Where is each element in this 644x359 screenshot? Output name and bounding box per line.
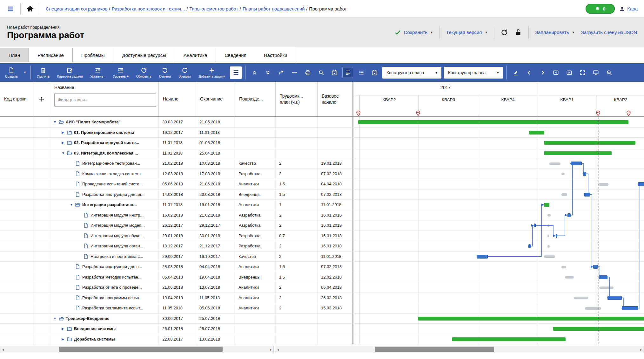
table-row[interactable]: Разработка методик испытан...05.04.20181… xyxy=(0,272,644,283)
collapse-all-button[interactable] xyxy=(249,67,260,78)
tab-settings[interactable]: Настройки xyxy=(255,48,296,62)
table-row[interactable]: Разработка отчета о проведе...21.06.2018… xyxy=(0,282,644,293)
step-forward-button[interactable] xyxy=(564,67,574,78)
fullscreen-button[interactable] xyxy=(577,67,588,78)
summary-bar[interactable] xyxy=(544,151,612,155)
calendar-minus-button[interactable] xyxy=(329,67,340,78)
zoom-out-button[interactable] xyxy=(604,67,614,78)
task-bar[interactable] xyxy=(599,275,607,279)
table-row[interactable]: Разработка инструкции для п...28.03.2018… xyxy=(0,262,644,272)
tab-plan[interactable]: План xyxy=(0,48,29,62)
scrollbar-thumb[interactable] xyxy=(59,347,223,352)
user-name-link[interactable]: Кара xyxy=(627,6,638,11)
table-row[interactable]: Разработка инструкции для ад...14.03.201… xyxy=(0,190,644,200)
refresh-button[interactable]: Обновить xyxy=(134,66,154,79)
task-card-button[interactable]: Карточка задачи xyxy=(55,66,85,79)
summary-bar[interactable] xyxy=(358,120,628,124)
table-row[interactable]: Проведение испытаний систе...05.06.20182… xyxy=(0,179,644,190)
expand-all-button[interactable] xyxy=(262,67,273,78)
next-button[interactable] xyxy=(537,67,548,78)
scroll-right-icon[interactable]: ▸ xyxy=(639,347,644,352)
task-bar[interactable] xyxy=(583,172,586,176)
print-button[interactable] xyxy=(302,67,313,78)
notifications-badge[interactable]: 0 xyxy=(586,4,615,14)
user-menu[interactable]: Кара xyxy=(619,6,638,12)
summary-bar[interactable] xyxy=(452,337,566,341)
chevron-down-icon[interactable]: ▼ xyxy=(485,31,487,34)
add-task-button[interactable]: Добавить задачу xyxy=(196,66,227,79)
collapse-icon[interactable]: ▼ xyxy=(62,151,66,155)
task-bar[interactable] xyxy=(638,182,644,186)
scrollbar-thumb[interactable] xyxy=(375,347,494,352)
sync-icon[interactable] xyxy=(500,29,508,36)
redo-button[interactable]: Возврат xyxy=(176,66,193,79)
summary-bar[interactable] xyxy=(418,317,644,321)
task-bar[interactable] xyxy=(584,193,590,197)
create-button[interactable]: Создать xyxy=(3,66,20,79)
draw-button[interactable] xyxy=(510,67,521,78)
unlock-icon[interactable] xyxy=(514,29,522,36)
task-bar[interactable] xyxy=(528,244,531,248)
save-button[interactable]: Сохранить ▼ xyxy=(394,29,433,36)
goto-task-button[interactable] xyxy=(276,67,286,78)
breadcrumb-item[interactable]: Разработка постановок и технич... xyxy=(112,6,185,11)
table-row[interactable]: Интеграционное тестирован...21.02.201810… xyxy=(0,158,644,169)
gantt-horizontal-scrollbar[interactable]: ◂ ▸ xyxy=(275,346,644,353)
expand-icon[interactable]: ▶ xyxy=(62,337,66,341)
screen-button[interactable] xyxy=(590,67,601,78)
main-menu-icon[interactable] xyxy=(6,5,15,12)
tab-resources[interactable]: Доступные ресурсы xyxy=(113,48,175,62)
tab-analytics[interactable]: Аналитика xyxy=(175,48,216,62)
table-horizontal-scrollbar[interactable]: ◂ ▸ xyxy=(0,346,274,353)
plan-mode-select[interactable]: Конструктор плана▼ xyxy=(382,67,441,79)
move-icon[interactable] xyxy=(39,96,44,102)
breadcrumb-item[interactable]: Типы элементов работ xyxy=(189,6,238,11)
expand-icon[interactable]: ▶ xyxy=(62,131,66,134)
level-up-button[interactable]: Уровень + xyxy=(110,66,131,79)
tab-schedule[interactable]: Расписание xyxy=(29,48,73,62)
chevron-down-icon[interactable]: ▼ xyxy=(430,31,433,34)
summary-bar[interactable] xyxy=(544,203,549,207)
scroll-right-icon[interactable]: ▸ xyxy=(268,347,273,352)
breadcrumb-item[interactable]: Планы работ подразделений xyxy=(243,6,305,11)
baseline-mode-select[interactable]: Конструктор плана▼ xyxy=(444,67,503,79)
breadcrumb-item[interactable]: Специализации сотрудников xyxy=(46,6,107,11)
collapse-icon[interactable]: ▼ xyxy=(53,120,58,124)
summary-bar[interactable] xyxy=(544,141,635,145)
schedule-button[interactable]: Запланировать ▼ xyxy=(535,30,574,35)
table-row[interactable]: ▶01. Проектирование системы19.12.201711.… xyxy=(0,128,644,138)
task-bar[interactable] xyxy=(534,224,536,227)
home-icon[interactable] xyxy=(26,5,34,13)
scroll-left-icon[interactable]: ◂ xyxy=(0,347,5,352)
summary-bar[interactable] xyxy=(529,131,544,135)
delete-button[interactable]: Удалить xyxy=(34,66,52,79)
chevron-down-icon[interactable]: ▼ xyxy=(23,71,27,74)
row-menu-button[interactable] xyxy=(230,66,242,79)
undo-button[interactable]: Отмена xyxy=(157,66,174,79)
task-bar[interactable] xyxy=(567,213,571,217)
version-select[interactable]: Текущая версия ▼ xyxy=(446,30,487,35)
task-bar[interactable] xyxy=(556,234,557,238)
task-list-button[interactable] xyxy=(356,67,366,78)
prev-button[interactable] xyxy=(524,67,534,78)
chevron-down-icon[interactable]: ▼ xyxy=(572,31,575,34)
table-row[interactable]: Комплексная отладка системы12.03.201817.… xyxy=(0,169,644,179)
table-row[interactable]: ▶Внедрение системы25.01.201825.07.2018 xyxy=(0,324,644,334)
task-bar[interactable] xyxy=(593,265,598,269)
table-row[interactable]: Разработка регламента испыт...11.05.2018… xyxy=(0,303,644,314)
tab-info[interactable]: Сведения xyxy=(216,48,255,62)
expand-icon[interactable]: ▶ xyxy=(62,141,66,144)
search-button[interactable] xyxy=(316,67,326,78)
task-filter-input[interactable] xyxy=(54,93,156,107)
load-json-button[interactable]: Загрузить сцену из JSON xyxy=(581,30,637,35)
collapse-icon[interactable]: ▼ xyxy=(53,317,58,320)
step-back-button[interactable] xyxy=(550,67,561,78)
task-bar[interactable] xyxy=(607,296,622,300)
tab-problems[interactable]: Проблемы xyxy=(72,48,114,62)
expand-icon[interactable]: ▶ xyxy=(62,327,66,330)
task-bar[interactable] xyxy=(571,162,582,165)
level-down-button[interactable]: Уровень - xyxy=(88,66,108,79)
task-bar[interactable] xyxy=(622,306,638,310)
collapse-icon[interactable]: ▼ xyxy=(70,203,75,206)
align-left-button[interactable] xyxy=(342,67,353,78)
